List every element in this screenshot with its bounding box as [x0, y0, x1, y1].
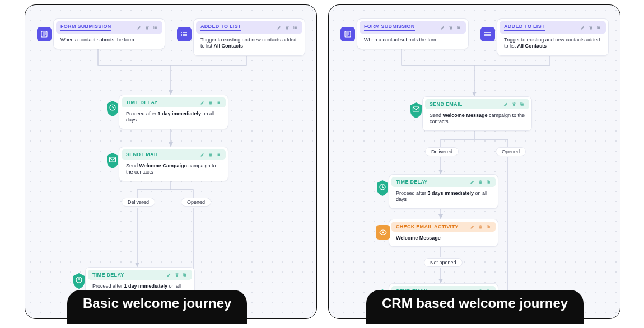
edit-icon[interactable]: [470, 179, 475, 185]
list-icon-badge: [480, 27, 495, 41]
trigger-description: Trigger to existing and new contacts add…: [500, 34, 606, 52]
trigger-description: When a contact submits the form: [56, 34, 162, 45]
svg-marker-25: [438, 279, 443, 283]
trash-icon[interactable]: [478, 179, 483, 185]
edit-icon[interactable]: [440, 25, 446, 30]
trash-icon[interactable]: [174, 272, 180, 278]
journey-canvas-basic: FORM SUBMISSION When a contact submits t…: [25, 4, 317, 319]
step-send-email[interactable]: SEND EMAIL Send Welcome Message campaign…: [422, 96, 532, 131]
edit-icon[interactable]: [200, 100, 206, 105]
trigger-added-to-list[interactable]: ADDED TO LIST Trigger to existing and ne…: [497, 18, 609, 56]
copy-icon[interactable]: [596, 25, 601, 30]
branch-delivered[interactable]: Delivered: [122, 198, 155, 207]
step-description: Proceed after 3 days immediately on all …: [391, 187, 496, 204]
step-title: SEND EMAIL: [126, 152, 159, 157]
list-icon-badge: [177, 27, 192, 41]
step-title: TIME DELAY: [126, 100, 158, 105]
copy-icon[interactable]: [519, 101, 525, 107]
mail-icon-badge: [106, 152, 119, 167]
step-description: Proceed after 1 day immediately on all d…: [122, 107, 226, 125]
trash-icon[interactable]: [208, 152, 213, 157]
trash-icon[interactable]: [448, 25, 454, 30]
edit-icon[interactable]: [200, 152, 206, 157]
branch-not-opened[interactable]: Not opened: [424, 258, 463, 267]
edit-icon[interactable]: [503, 101, 509, 107]
copy-icon[interactable]: [486, 224, 491, 229]
svg-marker-8: [169, 90, 173, 95]
copy-icon[interactable]: [182, 272, 188, 278]
step-title: SEND EMAIL: [430, 101, 463, 107]
form-icon-badge: [340, 27, 355, 41]
edit-icon[interactable]: [580, 25, 586, 30]
step-description: Send Welcome Message campaign to the con…: [425, 109, 529, 126]
trigger-title: ADDED TO LIST: [200, 24, 241, 31]
step-title: CHECK EMAIL ACTIVITY: [396, 224, 459, 229]
step-description: Send Welcome Campaign campaign to the co…: [122, 160, 226, 177]
copy-icon[interactable]: [152, 25, 158, 30]
trigger-form-submission[interactable]: FORM SUBMISSION When a contact submits t…: [53, 18, 165, 49]
branch-delivered[interactable]: Delivered: [425, 147, 459, 156]
svg-marker-10: [169, 142, 173, 147]
trash-icon[interactable]: [144, 25, 150, 30]
eye-icon-badge: [376, 225, 390, 240]
branch-opened[interactable]: Opened: [181, 198, 211, 207]
caption-crm: CRM based welcome journey: [366, 290, 584, 324]
edit-icon[interactable]: [470, 224, 475, 229]
trigger-title: FORM SUBMISSION: [60, 24, 111, 31]
clock-icon-badge: [72, 272, 86, 288]
copy-icon[interactable]: [216, 152, 221, 157]
trigger-title: FORM SUBMISSION: [364, 24, 415, 31]
caption-basic: Basic welcome journey: [67, 290, 247, 324]
mail-icon-badge: [409, 101, 423, 117]
trash-icon[interactable]: [588, 25, 594, 30]
step-check-email-activity[interactable]: CHECK EMAIL ACTIVITY Welcome Message: [389, 219, 498, 247]
trash-icon[interactable]: [208, 100, 213, 105]
step-send-email[interactable]: SEND EMAIL Send Welcome Campaign campaig…: [119, 147, 228, 181]
copy-icon[interactable]: [216, 100, 221, 105]
trigger-title: ADDED TO LIST: [504, 24, 545, 31]
clock-icon-badge: [376, 179, 389, 195]
trigger-added-to-list[interactable]: ADDED TO LIST Trigger to existing and ne…: [193, 18, 305, 56]
trigger-description: When a contact submits the form: [360, 34, 466, 45]
trigger-form-submission[interactable]: FORM SUBMISSION When a contact submits t…: [357, 18, 469, 49]
svg-marker-19: [438, 170, 443, 174]
branch-opened[interactable]: Opened: [496, 147, 526, 156]
step-time-delay[interactable]: TIME DELAY Proceed after 3 days immediat…: [389, 174, 498, 209]
svg-marker-22: [438, 214, 443, 219]
edit-icon[interactable]: [137, 25, 142, 30]
clock-icon-badge: [106, 100, 119, 115]
copy-icon[interactable]: [292, 25, 298, 30]
copy-icon[interactable]: [486, 179, 491, 185]
step-title: TIME DELAY: [92, 272, 124, 278]
step-title: TIME DELAY: [396, 179, 428, 185]
step-time-delay[interactable]: TIME DELAY Proceed after 1 day immediate…: [119, 95, 228, 129]
trigger-description: Trigger to existing and new contacts add…: [196, 34, 302, 52]
edit-icon[interactable]: [166, 272, 172, 278]
edit-icon[interactable]: [277, 25, 282, 30]
trash-icon[interactable]: [284, 25, 290, 30]
form-icon-badge: [37, 27, 52, 41]
journey-canvas-crm: FORM SUBMISSION When a contact submits t…: [328, 4, 620, 319]
trash-icon[interactable]: [478, 224, 483, 229]
trash-icon[interactable]: [511, 101, 517, 107]
copy-icon[interactable]: [456, 25, 461, 30]
svg-marker-13: [135, 263, 139, 267]
step-description: Welcome Message: [391, 232, 496, 242]
svg-marker-16: [472, 92, 477, 96]
